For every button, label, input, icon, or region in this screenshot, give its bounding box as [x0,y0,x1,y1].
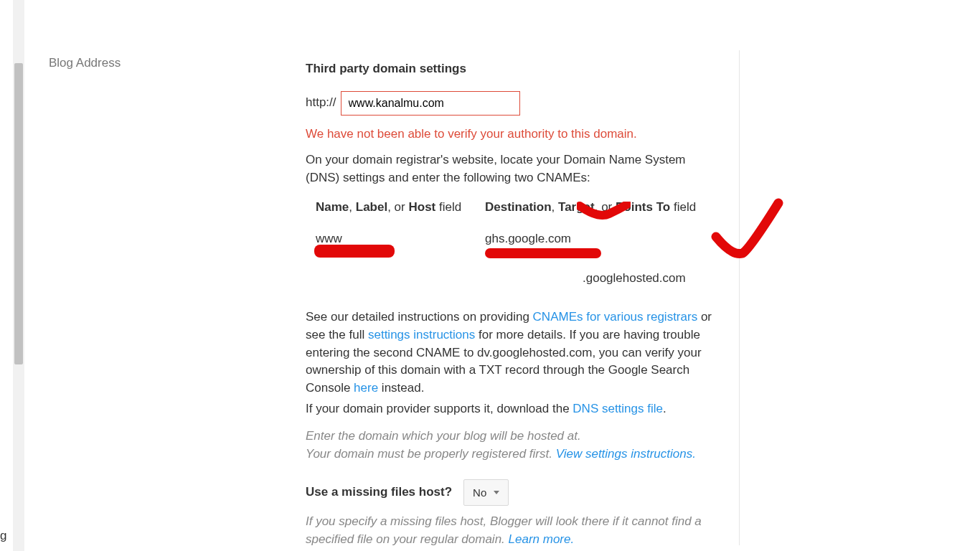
domain-url-row: http:// [306,91,722,116]
header-field-2: field [670,200,696,214]
registrar-help-paragraph: See our detailed instructions on providi… [306,309,722,397]
section-heading: Third party domain settings [306,60,722,78]
missing-files-dropdown[interactable]: No [463,479,509,507]
header-or-2: , or [595,200,616,214]
url-prefix-label: http:// [306,94,336,112]
header-host: Host [408,200,435,214]
para1-d: instead. [378,381,424,395]
domain-input[interactable] [341,91,520,116]
header-label: Label [356,200,387,214]
cname2-dest-suffix: .googlehosted.com [583,271,686,285]
cname-table: Name, Label, or Host field Destination, … [316,199,722,288]
header-points: Points To [616,200,670,214]
dropdown-value: No [473,485,486,501]
cname-header-right: Destination, Target, or Points To field [485,199,715,217]
cname2-name [316,270,485,288]
para1-a: See our detailed instructions on providi… [306,310,533,324]
link-view-settings-instructions[interactable]: View settings instructions. [556,447,696,461]
link-learn-more[interactable]: Learn more. [509,532,575,546]
domain-error-text: We have not been able to verify your aut… [306,126,722,143]
cname1-dest: ghs.google.com [485,230,715,248]
help1-line1: Enter the domain which your blog will be… [306,428,722,446]
header-field-1: field [435,200,461,214]
dns-file-paragraph: If your domain provider supports it, dow… [306,400,722,418]
link-dns-settings-file[interactable]: DNS settings file [573,402,663,415]
domain-help-text: Enter the domain which your blog will be… [306,428,722,463]
cname-header-row: Name, Label, or Host field Destination, … [316,199,722,217]
dns-instructions: On your domain registrar's website, loca… [306,151,722,187]
caret-down-icon [494,491,499,494]
header-target: Target [558,200,595,214]
missing-files-label: Use a missing files host? [306,484,452,501]
help1-line2: Your domain must be properly registered … [306,447,556,461]
para2-b: . [663,402,666,415]
cut-off-text: g [0,529,6,543]
help2-a: If you specify a missing files host, Blo… [306,514,702,546]
missing-files-help-text: If you specify a missing files host, Blo… [306,513,722,548]
link-search-console-here[interactable]: here [354,381,378,395]
domain-settings-content: Third party domain settings http:// We h… [306,60,722,551]
cname2-dest: xxxxxxxxxxxxxxxx.googlehosted.com [485,270,715,288]
scroll-thumb[interactable] [14,63,23,364]
link-settings-instructions[interactable]: settings instructions [368,328,475,342]
header-dest: Destination [485,200,552,214]
cname1-name: www [316,230,485,248]
header-name: Name [316,200,349,214]
cname-header-left: Name, Label, or Host field [316,199,485,217]
cname-row-2: xxxxxxxxxxxxxxxx.googlehosted.com [316,270,722,288]
header-or-1: , or [387,200,408,214]
vertical-scrollbar[interactable] [13,0,24,551]
para2-a: If your domain provider supports it, dow… [306,402,573,415]
link-cname-registrars[interactable]: CNAMEs for various registrars [533,310,698,324]
missing-files-row: Use a missing files host? No [306,479,722,507]
cname-row-1: www ghs.google.com [316,230,722,248]
